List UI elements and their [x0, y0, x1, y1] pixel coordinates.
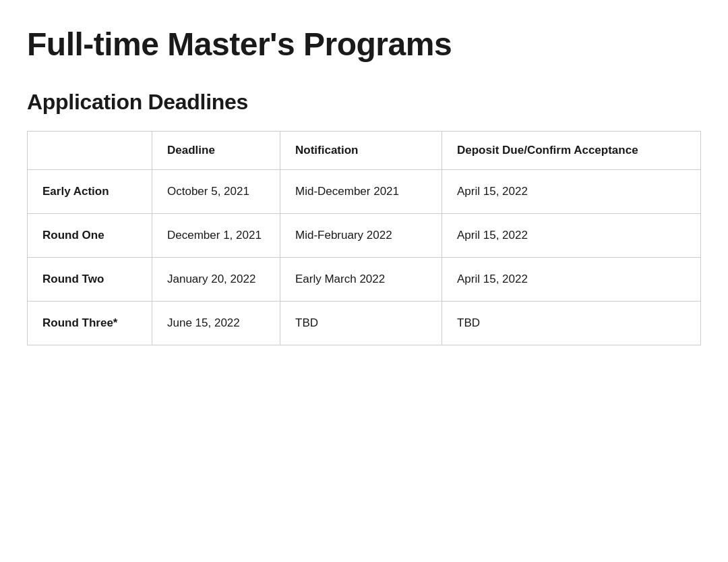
col4-header: Deposit Due/Confirm Acceptance — [442, 131, 701, 169]
deposit-cell: TBD — [442, 301, 701, 345]
deposit-cell: April 15, 2022 — [442, 257, 701, 301]
table-row: Round TwoJanuary 20, 2022Early March 202… — [28, 257, 701, 301]
col3-header: Notification — [280, 131, 442, 169]
round-label: Round Two — [28, 257, 152, 301]
round-label: Early Action — [28, 169, 152, 213]
round-label: Round One — [28, 213, 152, 257]
col2-header: Deadline — [152, 131, 280, 169]
table-row: Round Three*June 15, 2022TBDTBD — [28, 301, 701, 345]
table-row: Early ActionOctober 5, 2021Mid-December … — [28, 169, 701, 213]
table-row: Round OneDecember 1, 2021Mid-February 20… — [28, 213, 701, 257]
deadline-cell: December 1, 2021 — [152, 213, 280, 257]
deadlines-table: Deadline Notification Deposit Due/Confir… — [27, 131, 701, 345]
col1-header — [28, 131, 152, 169]
notification-cell: Early March 2022 — [280, 257, 442, 301]
deadline-cell: June 15, 2022 — [152, 301, 280, 345]
page-title: Full-time Master's Programs — [27, 27, 701, 63]
notification-cell: TBD — [280, 301, 442, 345]
deposit-cell: April 15, 2022 — [442, 169, 701, 213]
deadline-cell: October 5, 2021 — [152, 169, 280, 213]
section-title: Application Deadlines — [27, 90, 701, 115]
deposit-cell: April 15, 2022 — [442, 213, 701, 257]
deadline-cell: January 20, 2022 — [152, 257, 280, 301]
round-label: Round Three* — [28, 301, 152, 345]
notification-cell: Mid-February 2022 — [280, 213, 442, 257]
notification-cell: Mid-December 2021 — [280, 169, 442, 213]
